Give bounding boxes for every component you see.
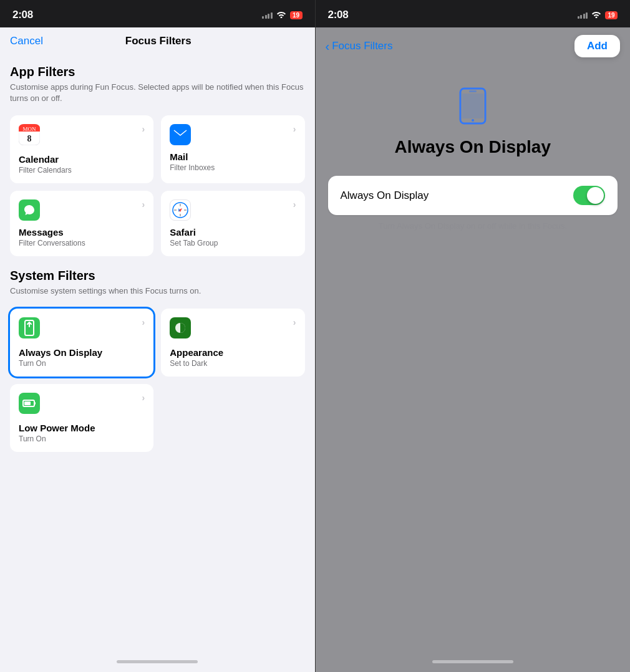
aod-chevron-icon: › — [142, 317, 145, 327]
appearance-chevron-icon: › — [293, 317, 296, 327]
right-home-bar — [432, 660, 513, 663]
aod-filter-name: Always On Display — [19, 347, 145, 358]
lowpower-chevron-icon: › — [142, 393, 145, 403]
system-filters-subtitle: Customise system settings when this Focu… — [10, 286, 305, 297]
left-battery-badge: 19 — [290, 11, 303, 19]
svg-point-25 — [472, 119, 474, 122]
left-nav-bar: Cancel Focus Filters — [0, 27, 315, 52]
safari-filter-name: Safari — [170, 227, 296, 238]
aod-toggle-card: Always On Display — [328, 176, 618, 215]
right-home-indicator — [316, 651, 631, 672]
back-button[interactable]: ‹ Focus Filters — [326, 39, 393, 54]
aod-toggle-desc: Turn Always On Display on or off while i… — [328, 221, 618, 231]
app-filters-grid: 8 MON › Calendar Filter Calendars — [10, 115, 305, 256]
calendar-icon: 8 MON — [19, 124, 40, 148]
svg-rect-20 — [24, 401, 31, 405]
right-wifi-icon — [591, 11, 601, 20]
left-phone-panel: 2:08 19 Cancel Focus Filters — [0, 0, 316, 672]
svg-rect-23 — [469, 90, 477, 92]
right-phone-panel: 2:08 19 ‹ Focus Filters — [316, 0, 631, 672]
mail-filter-desc: Filter Inboxes — [170, 163, 296, 172]
left-screen-content: Cancel Focus Filters App Filters Customi… — [0, 27, 315, 672]
mail-icon — [170, 124, 191, 145]
messages-icon — [19, 199, 40, 221]
right-nav-bar: ‹ Focus Filters Add — [316, 27, 631, 62]
svg-text:MON: MON — [22, 126, 36, 132]
aod-filter-item[interactable]: › Always On Display Turn On — [10, 309, 153, 377]
lowpower-icon — [19, 393, 40, 416]
mail-chevron-icon: › — [293, 124, 296, 134]
left-scrollable-content: App Filters Customise apps during Fun Fo… — [0, 52, 315, 651]
safari-chevron-icon: › — [293, 199, 296, 209]
back-chevron-icon: ‹ — [326, 39, 330, 54]
right-status-icons: 19 — [578, 11, 618, 20]
lowpower-filter-name: Low Power Mode — [19, 423, 145, 433]
mail-filter-name: Mail — [170, 151, 296, 162]
safari-icon — [170, 199, 191, 221]
aod-large-icon — [454, 87, 492, 125]
calendar-filter-desc: Filter Calendars — [19, 166, 145, 175]
left-status-bar: 2:08 19 — [0, 0, 315, 27]
svg-rect-21 — [34, 402, 36, 405]
cancel-button[interactable]: Cancel — [10, 35, 43, 47]
left-status-icons: 19 — [262, 11, 303, 20]
messages-filter-desc: Filter Conversations — [19, 239, 145, 247]
app-filters-title: App Filters — [10, 65, 305, 79]
svg-text:8: 8 — [27, 134, 32, 143]
right-battery-badge: 19 — [605, 11, 618, 19]
calendar-chevron-icon: › — [142, 124, 145, 134]
system-filters-title: System Filters — [10, 269, 305, 283]
aod-icon — [19, 317, 40, 341]
aod-toggle-switch[interactable] — [573, 186, 605, 205]
app-filters-header: App Filters Customise apps during Fun Fo… — [10, 52, 305, 108]
signal-bars-icon — [262, 11, 273, 19]
wifi-icon — [276, 11, 286, 20]
aod-filter-desc: Turn On — [19, 359, 145, 368]
calendar-filter-name: Calendar — [19, 154, 145, 165]
right-screen-content: ‹ Focus Filters Add Always On Display Al… — [316, 27, 631, 672]
add-button[interactable]: Add — [574, 35, 620, 57]
app-filters-subtitle: Customise apps during Fun Focus. Selecte… — [10, 82, 305, 104]
back-label: Focus Filters — [332, 40, 392, 52]
safari-filter-item[interactable]: › Safari Set Tab Group — [161, 191, 304, 256]
right-status-bar: 2:08 19 — [316, 0, 631, 27]
calendar-filter-item[interactable]: 8 MON › Calendar Filter Calendars — [10, 115, 153, 183]
appearance-filter-name: Appearance — [170, 347, 296, 358]
right-signal-bars-icon — [578, 11, 588, 19]
aod-toggle-label: Always On Display — [341, 190, 429, 202]
svg-rect-24 — [462, 94, 483, 118]
appearance-icon — [170, 317, 191, 341]
appearance-filter-item[interactable]: › Appearance Set to Dark — [161, 309, 304, 377]
left-status-time: 2:08 — [12, 9, 33, 21]
aod-page-title: Always On Display — [394, 137, 551, 157]
right-main-content: Always On Display Always On Display Turn… — [316, 62, 631, 651]
system-filters-grid: › Always On Display Turn On — [10, 309, 305, 452]
messages-filter-item[interactable]: › Messages Filter Conversations — [10, 191, 153, 256]
toggle-knob — [587, 187, 604, 204]
lowpower-filter-desc: Turn On — [19, 434, 145, 443]
messages-chevron-icon: › — [142, 199, 145, 209]
left-home-indicator — [0, 651, 315, 672]
safari-filter-desc: Set Tab Group — [170, 239, 296, 247]
left-home-bar — [117, 660, 198, 663]
lowpower-filter-item[interactable]: › Low Power Mode Turn On — [10, 384, 153, 452]
right-status-time: 2:08 — [328, 9, 349, 21]
mail-filter-item[interactable]: › Mail Filter Inboxes — [161, 115, 304, 183]
appearance-filter-desc: Set to Dark — [170, 359, 296, 368]
left-nav-title: Focus Filters — [43, 35, 274, 47]
system-filters-header: System Filters Customise system settings… — [10, 256, 305, 300]
messages-filter-name: Messages — [19, 227, 145, 238]
